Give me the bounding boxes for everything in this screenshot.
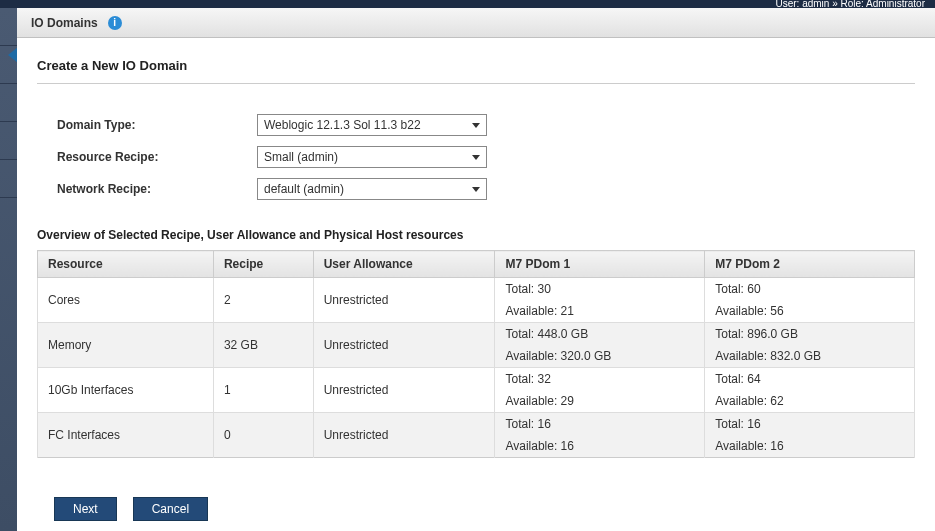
network-recipe-select[interactable]: default (admin) <box>257 178 487 200</box>
cell-pdom2-total: Total: 64 <box>705 368 915 391</box>
cell-pdom2-avail: Available: 56 <box>705 300 915 323</box>
cell-allowance: Unrestricted <box>313 413 495 458</box>
cell-pdom1-total: Total: 32 <box>495 368 705 391</box>
domain-type-value: Weblogic 12.1.3 Sol 11.3 b22 <box>264 118 421 132</box>
cell-pdom2-avail: Available: 832.0 GB <box>705 345 915 368</box>
col-pdom2: M7 PDom 2 <box>705 251 915 278</box>
col-recipe: Recipe <box>213 251 313 278</box>
cell-pdom2-total: Total: 60 <box>705 278 915 301</box>
overview-body: Cores2UnrestrictedTotal: 30Total: 60Avai… <box>38 278 915 458</box>
cell-pdom1-total: Total: 448.0 GB <box>495 323 705 346</box>
table-row: 10Gb Interfaces1UnrestrictedTotal: 32Tot… <box>38 368 915 391</box>
cell-pdom1-avail: Available: 21 <box>495 300 705 323</box>
left-nav <box>0 8 17 531</box>
resource-recipe-row: Resource Recipe: Small (admin) <box>57 146 915 168</box>
cell-recipe: 1 <box>213 368 313 413</box>
col-allowance: User Allowance <box>313 251 495 278</box>
left-nav-item[interactable] <box>0 8 17 46</box>
domain-type-select[interactable]: Weblogic 12.1.3 Sol 11.3 b22 <box>257 114 487 136</box>
domain-type-row: Domain Type: Weblogic 12.1.3 Sol 11.3 b2… <box>57 114 915 136</box>
page-header-title: IO Domains <box>31 16 98 30</box>
info-icon[interactable]: i <box>108 16 122 30</box>
cell-pdom1-avail: Available: 16 <box>495 435 705 458</box>
col-resource: Resource <box>38 251 214 278</box>
cell-pdom2-total: Total: 896.0 GB <box>705 323 915 346</box>
left-nav-item[interactable] <box>0 160 17 198</box>
table-row: FC Interfaces0UnrestrictedTotal: 16Total… <box>38 413 915 436</box>
chevron-down-icon <box>472 155 480 160</box>
next-button[interactable]: Next <box>54 497 117 521</box>
left-nav-item[interactable] <box>0 122 17 160</box>
page-header: IO Domains i <box>17 8 935 38</box>
table-row: Memory32 GBUnrestrictedTotal: 448.0 GBTo… <box>38 323 915 346</box>
resource-recipe-select[interactable]: Small (admin) <box>257 146 487 168</box>
cell-pdom2-avail: Available: 62 <box>705 390 915 413</box>
cell-resource: 10Gb Interfaces <box>38 368 214 413</box>
chevron-down-icon <box>472 187 480 192</box>
cell-recipe: 0 <box>213 413 313 458</box>
cell-resource: Cores <box>38 278 214 323</box>
network-recipe-value: default (admin) <box>264 182 344 196</box>
left-nav-item[interactable] <box>0 84 17 122</box>
network-recipe-row: Network Recipe: default (admin) <box>57 178 915 200</box>
overview-title: Overview of Selected Recipe, User Allowa… <box>37 228 915 242</box>
resource-recipe-label: Resource Recipe: <box>57 150 257 164</box>
cell-allowance: Unrestricted <box>313 278 495 323</box>
overview-header-row: Resource Recipe User Allowance M7 PDom 1… <box>38 251 915 278</box>
top-bar: User: admin » Role: Administrator <box>0 0 935 8</box>
resource-recipe-value: Small (admin) <box>264 150 338 164</box>
cell-pdom2-total: Total: 16 <box>705 413 915 436</box>
cell-pdom1-avail: Available: 29 <box>495 390 705 413</box>
cell-allowance: Unrestricted <box>313 323 495 368</box>
cell-pdom1-avail: Available: 320.0 GB <box>495 345 705 368</box>
cell-recipe: 2 <box>213 278 313 323</box>
form: Domain Type: Weblogic 12.1.3 Sol 11.3 b2… <box>37 114 915 200</box>
top-bar-user: User: admin » Role: Administrator <box>775 0 925 8</box>
cell-resource: Memory <box>38 323 214 368</box>
page-title: Create a New IO Domain <box>37 58 915 84</box>
cell-pdom2-avail: Available: 16 <box>705 435 915 458</box>
cell-pdom1-total: Total: 30 <box>495 278 705 301</box>
col-pdom1: M7 PDom 1 <box>495 251 705 278</box>
network-recipe-label: Network Recipe: <box>57 182 257 196</box>
button-row: Next Cancel <box>54 497 208 521</box>
table-row: Cores2UnrestrictedTotal: 30Total: 60 <box>38 278 915 301</box>
chevron-down-icon <box>472 123 480 128</box>
cell-pdom1-total: Total: 16 <box>495 413 705 436</box>
cancel-button[interactable]: Cancel <box>133 497 208 521</box>
cell-recipe: 32 GB <box>213 323 313 368</box>
overview-table: Resource Recipe User Allowance M7 PDom 1… <box>37 250 915 458</box>
domain-type-label: Domain Type: <box>57 118 257 132</box>
cell-allowance: Unrestricted <box>313 368 495 413</box>
content-area: Create a New IO Domain Domain Type: Webl… <box>17 38 935 531</box>
cell-resource: FC Interfaces <box>38 413 214 458</box>
